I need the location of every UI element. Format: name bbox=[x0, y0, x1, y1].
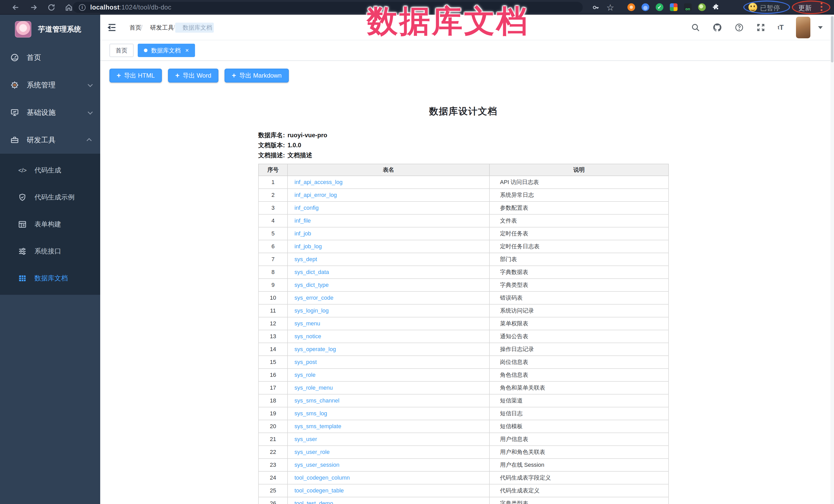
font-size-icon[interactable]: tT bbox=[778, 24, 784, 31]
extension-icon-green-sprout[interactable] bbox=[698, 3, 706, 11]
tab-close-icon[interactable]: × bbox=[185, 47, 189, 53]
toolbox-icon bbox=[10, 135, 20, 145]
sidebar-submenu-item[interactable]: </> 代码生成 bbox=[0, 157, 100, 184]
browser-back-icon[interactable] bbox=[11, 0, 20, 15]
sidebar-submenu-label: 系统接口 bbox=[35, 247, 61, 256]
browser-toolbar: i localhost:1024/tool/db-doc ☆ ✓ on 已暂停 … bbox=[0, 0, 834, 15]
row-description: 代码生成表字段定义 bbox=[489, 472, 668, 484]
table-name-link[interactable]: sys_dict_type bbox=[294, 282, 329, 288]
table-name-link[interactable]: sys_role bbox=[294, 372, 315, 378]
search-icon[interactable] bbox=[691, 23, 700, 32]
row-index: 4 bbox=[259, 214, 287, 227]
fullscreen-icon[interactable] bbox=[756, 23, 765, 32]
user-avatar[interactable] bbox=[796, 17, 810, 38]
table-name-link[interactable]: sys_user_session bbox=[294, 462, 339, 468]
row-description: 字典类型表 bbox=[489, 279, 668, 291]
sidebar-submenu-item[interactable]: 数据库文档 bbox=[0, 265, 100, 292]
sidebar-item-label: 系统管理 bbox=[27, 80, 56, 90]
sidebar-submenu-item[interactable]: 代码生成示例 bbox=[0, 184, 100, 211]
sidebar-logo-row[interactable]: 芋道管理系统 bbox=[0, 15, 100, 44]
row-index: 18 bbox=[259, 394, 287, 407]
table-name-link[interactable]: sys_sms_log bbox=[294, 410, 327, 417]
extension-icon-blue-drop[interactable] bbox=[641, 3, 649, 11]
chevron-icon bbox=[88, 109, 93, 114]
browser-reload-icon[interactable] bbox=[47, 0, 56, 15]
export-button[interactable]: + 导出 HTML bbox=[109, 69, 162, 83]
help-icon[interactable] bbox=[734, 23, 744, 32]
bookmark-star-icon[interactable]: ☆ bbox=[606, 0, 614, 15]
table-name-link[interactable]: inf_api_access_log bbox=[294, 179, 343, 185]
extension-icon-color-grid[interactable] bbox=[670, 3, 678, 11]
table-name-link[interactable]: sys_role_menu bbox=[294, 385, 333, 391]
export-button[interactable]: + 导出 Word bbox=[168, 69, 218, 83]
sidebar-menu-item[interactable]: 系统管理 bbox=[0, 71, 100, 99]
scrollbar-thumb[interactable] bbox=[831, 16, 833, 63]
page-scrollbar[interactable] bbox=[830, 15, 834, 504]
app-frame: 芋道管理系统 首页 系统管理 基础设施 bbox=[0, 15, 834, 504]
table-row: 6 inf_job_log 定时任务日志表 bbox=[259, 240, 668, 253]
sidebar-menu-item[interactable]: 研发工具 bbox=[0, 126, 100, 154]
table-row: 22 sys_user_role 用户和角色关联表 bbox=[259, 446, 668, 459]
table-row: 26 tool_test_demo 字典类型表 bbox=[259, 497, 668, 504]
table-name-link[interactable]: sys_post bbox=[294, 359, 317, 365]
chevron-icon bbox=[88, 82, 93, 87]
page-content: + 导出 HTML + 导出 Word + 导出 Markdown 数据库设计文… bbox=[100, 61, 834, 504]
table-name-link[interactable]: tool_test_demo bbox=[294, 500, 333, 504]
extension-icon-puzzle[interactable] bbox=[712, 3, 720, 11]
table-name-link[interactable]: sys_menu bbox=[294, 320, 320, 327]
table-name-link[interactable]: tool_codegen_column bbox=[294, 475, 350, 481]
browser-forward-icon[interactable] bbox=[29, 0, 38, 15]
table-name-link[interactable]: sys_notice bbox=[294, 333, 321, 339]
extension-icon-on-badge[interactable]: on bbox=[684, 3, 692, 11]
table-row: 12 sys_menu 菜单权限表 bbox=[259, 317, 668, 330]
row-index: 5 bbox=[259, 227, 287, 240]
export-button[interactable]: + 导出 Markdown bbox=[224, 69, 289, 83]
tab[interactable]: 数据库文档 × bbox=[138, 44, 195, 57]
breadcrumb-item[interactable]: 研发工具 bbox=[143, 23, 175, 32]
table-name-link[interactable]: sys_sms_template bbox=[294, 423, 341, 430]
sidebar-menu-item[interactable]: 基础设施 bbox=[0, 99, 100, 126]
browser-menu-icon[interactable] bbox=[821, 3, 822, 11]
row-description: 用户和角色关联表 bbox=[489, 446, 668, 459]
table-row: 1 inf_api_access_log API 访问日志表 bbox=[259, 176, 668, 189]
row-index: 19 bbox=[259, 407, 287, 420]
tab[interactable]: 首页 × bbox=[109, 44, 134, 57]
table-name-link[interactable]: inf_api_error_log bbox=[294, 192, 337, 198]
sidebar-collapse-icon[interactable] bbox=[107, 22, 117, 34]
table-row: 2 inf_api_error_log 系统异常日志 bbox=[259, 189, 668, 201]
sidebar-submenu-item[interactable]: 系统接口 bbox=[0, 238, 100, 265]
table-name-link[interactable]: inf_job_log bbox=[294, 243, 322, 249]
table-name-link[interactable]: sys_dict_data bbox=[294, 269, 329, 275]
table-name-link[interactable]: inf_config bbox=[294, 204, 319, 211]
table-name-link[interactable]: inf_file bbox=[294, 217, 311, 224]
address-bar[interactable]: i localhost:1024/tool/db-doc bbox=[73, 2, 583, 13]
row-index: 16 bbox=[259, 369, 287, 381]
table-name-link[interactable]: inf_job bbox=[294, 230, 311, 237]
table-name-link[interactable]: sys_user bbox=[294, 436, 317, 442]
table-name-link[interactable]: tool_codegen_table bbox=[294, 487, 344, 494]
github-icon[interactable] bbox=[712, 23, 722, 32]
table-name-link[interactable]: sys_error_code bbox=[294, 294, 333, 301]
browser-update-button[interactable]: 更新 bbox=[798, 4, 812, 13]
site-info-icon[interactable]: i bbox=[79, 4, 86, 11]
user-menu-caret-icon[interactable] bbox=[818, 26, 823, 29]
table-name-link[interactable]: sys_operate_log bbox=[294, 346, 336, 352]
doc-meta-line: 数据库名:ruoyi-vue-pro bbox=[258, 130, 668, 140]
password-key-icon[interactable] bbox=[592, 0, 600, 15]
doc-meta-value: ruoyi-vue-pro bbox=[287, 132, 327, 138]
table-name-link[interactable]: sys_user_role bbox=[294, 449, 330, 455]
export-button-label: 导出 Word bbox=[183, 71, 212, 80]
table-row: 17 sys_role_menu 角色和菜单关联表 bbox=[259, 381, 668, 394]
browser-home-icon[interactable] bbox=[65, 0, 73, 15]
row-description: 岗位信息表 bbox=[489, 356, 668, 369]
extension-icon-green-check[interactable]: ✓ bbox=[656, 3, 663, 11]
breadcrumb-item[interactable]: 数据库文档 bbox=[175, 23, 214, 32]
table-name-link[interactable]: sys_login_log bbox=[294, 307, 329, 314]
table-name-link[interactable]: sys_dept bbox=[294, 256, 317, 262]
sidebar-menu-item[interactable]: 首页 bbox=[0, 44, 100, 71]
extension-icon-orange[interactable] bbox=[628, 3, 635, 11]
sidebar-submenu: </> 代码生成 代码生成示例 表单构建 系统接口 bbox=[0, 154, 100, 295]
table-name-link[interactable]: sys_sms_channel bbox=[294, 397, 339, 404]
sidebar-submenu-item[interactable]: 表单构建 bbox=[0, 211, 100, 238]
export-button-label: 导出 Markdown bbox=[239, 71, 282, 80]
